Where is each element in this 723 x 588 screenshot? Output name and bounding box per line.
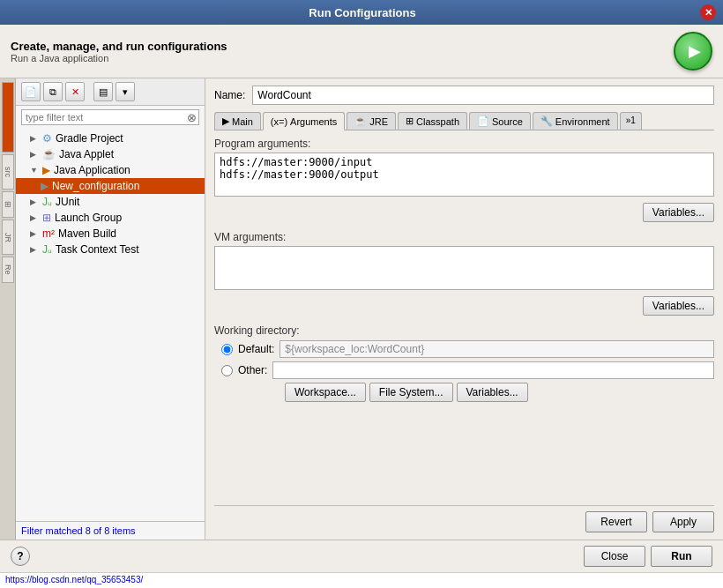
vm-args-input[interactable] <box>214 246 714 290</box>
filter-clear-icon[interactable]: ⊗ <box>187 112 197 123</box>
other-dir-input[interactable] <box>272 361 714 379</box>
args-tab-icon: (x=) <box>271 116 287 127</box>
vm-args-label: VM arguments: <box>214 231 714 243</box>
dialog-header: Create, manage, and run configurations R… <box>0 25 723 78</box>
sidebar-toolbar: 📄 ⧉ ✕ ▤ ▾ <box>16 78 205 106</box>
new-config-button[interactable]: 📄 <box>21 82 41 101</box>
default-radio-label: Default: <box>238 343 274 355</box>
tab-main-label: Main <box>232 116 253 127</box>
titlebar: Run Configurations ✕ <box>0 0 723 25</box>
apply-button[interactable]: Apply <box>652 511 714 532</box>
tab-environment[interactable]: 🔧 Environment <box>533 112 618 130</box>
classpath-tab-icon: ⊞ <box>406 115 414 127</box>
env-tab-icon: 🔧 <box>540 115 553 127</box>
expand-icon: ▶ <box>30 229 39 238</box>
tree-item-maven[interactable]: ▶ m² Maven Build <box>16 226 205 242</box>
expand-icon: ▶ <box>30 245 39 254</box>
name-label: Name: <box>214 89 245 101</box>
tabs: ▶ Main (x=) Arguments ☕ JRE ⊞ Classpath … <box>214 112 714 130</box>
run-dialog-button[interactable]: Run <box>651 546 712 567</box>
tree: ▶ ⚙ Gradle Project ▶ ☕ Java Applet ▼ ▶ J… <box>16 129 205 521</box>
default-radio[interactable] <box>221 344 233 355</box>
working-dir-label: Working directory: <box>214 324 714 337</box>
expand-icon: ▶ <box>30 150 39 159</box>
close-window-button[interactable]: ✕ <box>700 4 716 20</box>
url-bar: https://blog.csdn.net/qq_35653453/ <box>0 572 723 588</box>
launch-icon: ⊞ <box>42 212 51 224</box>
tab-jre-label: JRE <box>369 116 388 127</box>
maven-icon: m² <box>42 227 55 240</box>
vm-args-section: VM arguments: Variables... <box>214 231 714 316</box>
tab-main[interactable]: ▶ Main <box>214 112 261 130</box>
default-dir-input <box>280 340 714 358</box>
other-radio-label: Other: <box>238 364 267 376</box>
tab-more[interactable]: »1 <box>620 112 642 130</box>
working-dir-section: Working directory: Default: Other: Works… <box>214 324 714 402</box>
workspace-button[interactable]: Workspace... <box>285 383 366 402</box>
filter-container: ⊗ <box>21 109 199 125</box>
tree-item-junit[interactable]: ▶ Jᵤ JUnit <box>16 194 205 210</box>
tree-label: Java Application <box>54 164 130 176</box>
action-buttons: Revert Apply <box>214 505 714 536</box>
name-row: Name: <box>214 86 714 105</box>
tab-jre[interactable]: ☕ JRE <box>347 112 396 130</box>
source-tab-icon: 📄 <box>477 115 489 127</box>
dialog-body: Create, manage, and run configurations R… <box>0 25 723 588</box>
left-strip: src ⊞ JR Re <box>0 78 16 540</box>
tab-arguments[interactable]: (x=) Arguments <box>263 112 345 130</box>
program-variables-button[interactable]: Variables... <box>643 203 714 222</box>
help-button[interactable]: ? <box>11 547 30 566</box>
tree-item-java-app[interactable]: ▼ ▶ Java Application <box>16 162 205 178</box>
main-tab-icon: ▶ <box>222 115 229 127</box>
header-text: Create, manage, and run configurations R… <box>11 40 227 63</box>
other-radio[interactable] <box>221 365 233 376</box>
strip-btn-1[interactable] <box>2 82 14 153</box>
tree-item-applet[interactable]: ▶ ☕ Java Applet <box>16 146 205 162</box>
dir-variables-button[interactable]: Variables... <box>457 383 528 402</box>
strip-btn-4[interactable]: JR <box>2 220 14 255</box>
vm-variables-button[interactable]: Variables... <box>643 296 714 316</box>
expand-icon: ▶ <box>30 213 39 222</box>
tree-label: JUnit <box>56 196 79 208</box>
filter-input[interactable] <box>21 109 199 125</box>
filesystem-button[interactable]: File System... <box>369 383 453 402</box>
dir-buttons: Workspace... File System... Variables... <box>285 383 714 402</box>
revert-button[interactable]: Revert <box>585 511 647 532</box>
default-radio-row: Default: <box>221 340 714 358</box>
close-button[interactable]: Close <box>584 546 645 567</box>
tree-item-gradle[interactable]: ▶ ⚙ Gradle Project <box>16 130 205 146</box>
header-subtext: Run a Java application <box>11 53 227 63</box>
name-input[interactable] <box>252 86 714 105</box>
form-area: Program arguments: hdfs://master:9000/in… <box>214 138 714 502</box>
expand-icon: ▼ <box>30 166 39 175</box>
tab-arguments-label: Arguments <box>290 116 337 127</box>
filter-button[interactable]: ▤ <box>93 82 113 101</box>
tab-source[interactable]: 📄 Source <box>469 112 531 130</box>
program-args-input[interactable]: hdfs://master:9000/input hdfs://master:9… <box>214 153 714 197</box>
vm-vars-row: Variables... <box>214 296 714 316</box>
strip-btn-5[interactable]: Re <box>2 257 14 283</box>
tab-classpath[interactable]: ⊞ Classpath <box>398 112 467 130</box>
applet-icon: ☕ <box>42 148 56 160</box>
bottom-buttons: Close Run <box>584 546 712 567</box>
program-args-section: Program arguments: hdfs://master:9000/in… <box>214 138 714 222</box>
delete-button[interactable]: ✕ <box>65 82 85 101</box>
strip-btn-3[interactable]: ⊞ <box>2 191 14 218</box>
tree-label: Java Applet <box>59 148 114 160</box>
duplicate-button[interactable]: ⧉ <box>43 82 63 101</box>
run-button[interactable] <box>674 32 712 71</box>
sort-button[interactable]: ▾ <box>116 82 135 101</box>
program-args-label: Program arguments: <box>214 138 714 150</box>
tree-item-task[interactable]: ▶ Jᵤ Task Context Test <box>16 242 205 257</box>
tree-label: New_configuration <box>52 180 139 192</box>
tree-label: Task Context Test <box>56 243 139 256</box>
main-panel: Name: ▶ Main (x=) Arguments ☕ JRE ⊞ <box>205 78 723 540</box>
java-app-icon: ▶ <box>42 164 50 176</box>
gradle-icon: ⚙ <box>42 132 52 145</box>
tree-item-new-config[interactable]: ▶ New_configuration <box>16 178 205 194</box>
tree-label: Gradle Project <box>56 132 123 145</box>
junit-icon: Jᵤ <box>42 196 52 208</box>
tree-item-launch[interactable]: ▶ ⊞ Launch Group <box>16 210 205 226</box>
dialog-title: Run Configurations <box>25 6 700 19</box>
strip-btn-2[interactable]: src <box>2 154 14 190</box>
